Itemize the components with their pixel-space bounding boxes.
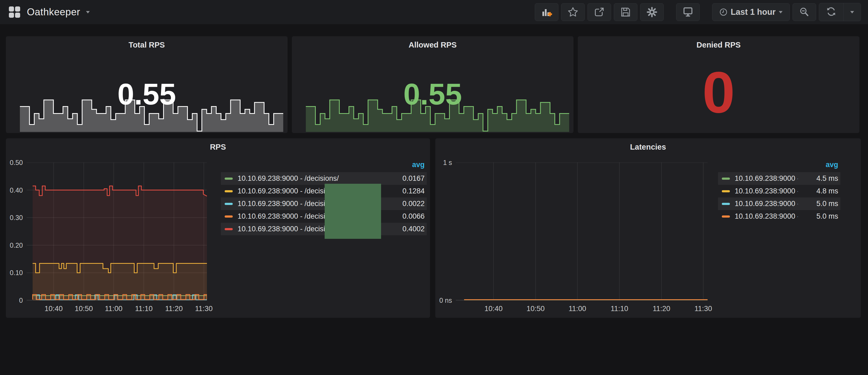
refresh-icon: [825, 6, 837, 19]
series-avg-value: 4.5 ms: [798, 174, 838, 183]
series-color-swatch-icon[interactable]: [722, 178, 730, 180]
legend: avg10.10.69.238:9000 - /decisions/0.0167…: [221, 159, 427, 235]
x-axis-tick: 11:10: [611, 305, 628, 313]
series-name[interactable]: 10.10.69.238:9000 - p100: [735, 212, 798, 221]
series-avg-value: 5.0 ms: [798, 199, 838, 208]
add-panel-button[interactable]: [535, 3, 558, 21]
legend-row: 10.10.69.238:9000 - /decisions/0.4002: [221, 223, 427, 235]
series-name[interactable]: 10.10.69.238:9000 - p99: [735, 199, 798, 208]
x-axis-tick: 11:00: [105, 305, 123, 313]
share-button[interactable]: [587, 3, 611, 21]
navbar: Oathkeeper: [0, 0, 868, 24]
refresh-interval-caret-icon: [850, 11, 854, 13]
x-axis-tick: 10:50: [75, 305, 93, 313]
series-name[interactable]: 10.10.69.238:9000 - p90: [735, 174, 798, 183]
x-axis-tick: 11:30: [694, 305, 712, 313]
x-axis-tick: 10:40: [485, 305, 503, 313]
panel-title[interactable]: Allowed RPS: [292, 40, 574, 50]
zoom-out-button[interactable]: [793, 3, 816, 21]
star-icon: [567, 6, 579, 18]
monitor-icon: [682, 6, 694, 18]
panel-total-rps: Total RPS 0.55: [6, 36, 287, 133]
settings-button[interactable]: [640, 3, 664, 21]
x-axis-tick: 11:30: [195, 305, 213, 313]
series-avg-value: 0.1284: [390, 187, 425, 195]
legend-avg-header: avg: [718, 159, 840, 170]
refresh-interval-button[interactable]: [843, 3, 861, 21]
series-avg-value: 0.4002: [390, 225, 425, 233]
share-icon: [593, 6, 605, 18]
y-axis-tick: 0 ns: [433, 296, 452, 304]
x-axis-tick: 10:50: [526, 305, 545, 313]
y-axis-tick: 1 s: [433, 159, 452, 166]
plot-area[interactable]: [456, 162, 708, 300]
series-color-swatch-icon[interactable]: [225, 203, 233, 205]
time-range-label: Last 1 hour: [731, 7, 776, 17]
legend-row: 10.10.69.238:9000 - p954.8 ms: [718, 185, 840, 197]
clock-icon: [719, 8, 727, 16]
series-avg-value: 0.0022: [390, 199, 425, 208]
panel-title[interactable]: Latencies: [435, 143, 861, 152]
star-button[interactable]: [561, 3, 585, 21]
y-axis-tick: 0.40: [4, 186, 23, 194]
legend-row: 10.10.69.238:9000 - /decisions/0.1284: [221, 185, 427, 197]
series-color-swatch-icon[interactable]: [225, 190, 233, 192]
zoom-out-icon: [798, 6, 810, 18]
series-avg-value: 4.8 ms: [798, 187, 838, 195]
dashboard-title[interactable]: Oathkeeper: [27, 6, 80, 18]
panel-rps-chart: RPS avg10.10.69.238:9000 - /decisions/0.…: [6, 138, 430, 318]
gear-icon: [646, 6, 658, 18]
y-axis-tick: 0.10: [4, 269, 23, 277]
add-panel-icon: [541, 6, 553, 18]
series-color-swatch-icon[interactable]: [722, 203, 730, 205]
legend-row: 10.10.69.238:9000 - p904.5 ms: [718, 172, 840, 185]
series-color-swatch-icon[interactable]: [225, 228, 233, 230]
legend-overlay-box: [324, 184, 381, 239]
legend-row: 10.10.69.238:9000 - p995.0 ms: [718, 197, 840, 210]
x-axis-tick: 11:00: [569, 305, 586, 313]
y-axis-tick: 0.30: [4, 214, 23, 222]
time-range-button[interactable]: Last 1 hour: [712, 3, 790, 21]
series-color-swatch-icon[interactable]: [225, 215, 233, 218]
apps-grid-icon[interactable]: [8, 6, 21, 19]
x-axis-tick: 11:20: [653, 305, 671, 313]
series-color-swatch-icon[interactable]: [722, 215, 730, 218]
plot-area[interactable]: [27, 162, 207, 300]
series-color-swatch-icon[interactable]: [225, 178, 233, 180]
series-name[interactable]: 10.10.69.238:9000 - /decisions/: [238, 174, 390, 183]
panel-latencies-chart: Latencies avg10.10.69.238:9000 - p904.5 …: [435, 138, 861, 318]
x-axis-tick: 10:40: [44, 305, 63, 313]
stat-value: 0.55: [6, 79, 287, 109]
series-color-swatch-icon[interactable]: [722, 190, 730, 192]
x-axis-tick: 11:20: [165, 305, 183, 313]
stat-value: 0.55: [292, 79, 574, 109]
series-avg-value: 0.0167: [390, 174, 425, 183]
y-axis-tick: 0.20: [4, 241, 23, 249]
legend: avg10.10.69.238:9000 - p904.5 ms10.10.69…: [718, 159, 840, 223]
panel-allowed-rps: Allowed RPS 0.55: [292, 36, 574, 133]
save-button[interactable]: [614, 3, 638, 21]
cycle-view-button[interactable]: [676, 3, 700, 21]
legend-row: 10.10.69.238:9000 - p1005.0 ms: [718, 210, 840, 223]
legend-row: 10.10.69.238:9000 - /decisions/0.0022: [221, 197, 427, 210]
panel-title[interactable]: Total RPS: [6, 40, 287, 50]
legend-row: 10.10.69.238:9000 - /decisions/0.0066: [221, 210, 427, 223]
series-name[interactable]: 10.10.69.238:9000 - p95: [735, 187, 798, 195]
y-axis-tick: 0: [4, 296, 23, 304]
refresh-button-group: [819, 3, 861, 21]
time-range-caret-icon: [779, 11, 782, 13]
panel-title[interactable]: RPS: [6, 143, 430, 152]
legend-row: 10.10.69.238:9000 - /decisions/0.0167: [221, 172, 427, 185]
panel-title[interactable]: Denied RPS: [578, 40, 859, 50]
series-avg-value: 0.0066: [390, 212, 425, 221]
stat-value: 0: [578, 63, 859, 122]
legend-avg-header: avg: [221, 159, 427, 170]
series-avg-value: 5.0 ms: [798, 212, 838, 221]
x-axis-tick: 11:10: [135, 305, 153, 313]
dashboard-dropdown-caret-icon[interactable]: [86, 11, 90, 13]
panel-denied-rps: Denied RPS 0: [578, 36, 859, 133]
refresh-button[interactable]: [819, 3, 843, 21]
y-axis-tick: 0.50: [4, 159, 23, 166]
save-icon: [620, 6, 631, 18]
